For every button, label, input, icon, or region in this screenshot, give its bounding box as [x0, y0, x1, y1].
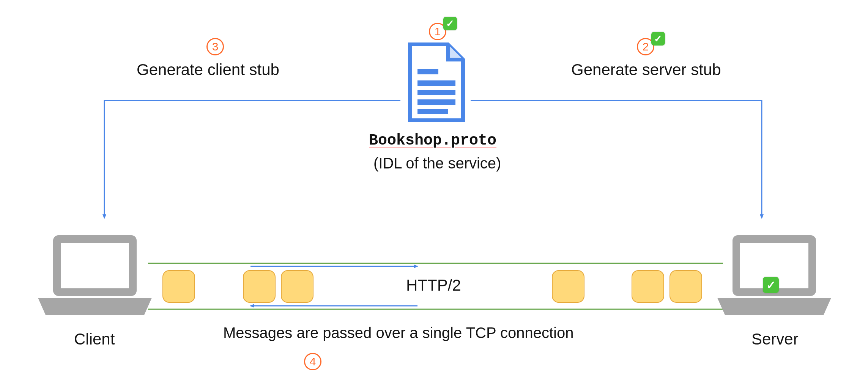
- packet-icon: [670, 270, 702, 303]
- packet-icon: [632, 270, 664, 303]
- label-tcp-msg: Messages are passed over a single TCP co…: [223, 324, 574, 341]
- packet-icon: [162, 270, 195, 303]
- label-client: Client: [74, 330, 115, 348]
- client-laptop-icon: [34, 231, 156, 322]
- label-server: Server: [751, 330, 799, 348]
- label-http2: HTTP/2: [406, 276, 461, 294]
- packet-icon: [552, 270, 584, 303]
- packet-icon: [281, 270, 313, 303]
- svg-rect-10: [61, 243, 129, 288]
- check-icon: ✓: [763, 277, 779, 293]
- packet-icon: [243, 270, 276, 303]
